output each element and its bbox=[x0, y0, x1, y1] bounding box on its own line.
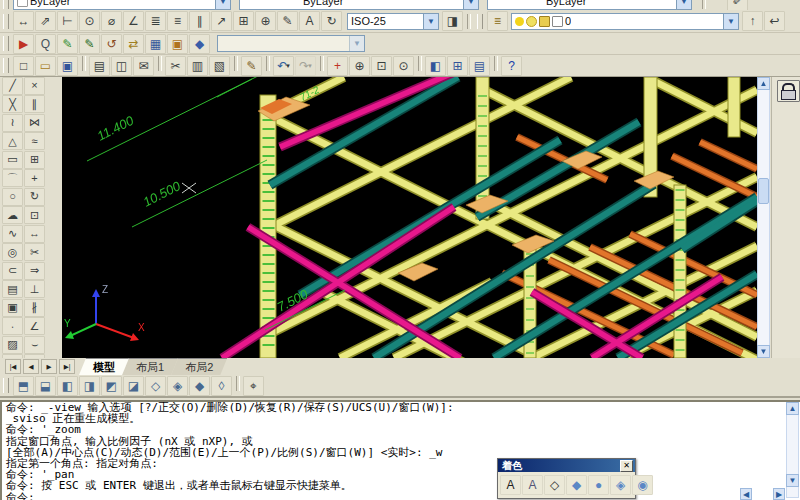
diameter-dimension-button[interactable]: ⌀ bbox=[101, 11, 122, 31]
toolbar-grip[interactable] bbox=[3, 14, 9, 29]
rotate-button[interactable]: ↻ bbox=[24, 188, 45, 206]
make-block-button[interactable]: ▣ bbox=[2, 299, 23, 317]
shade-3d-wireframe-button[interactable]: A bbox=[522, 475, 543, 495]
dim-style-combo[interactable]: ISO-25 ▼ bbox=[347, 13, 439, 30]
tab-prev-button[interactable]: ◀ bbox=[23, 359, 39, 374]
quick-leader-button[interactable]: ↗ bbox=[211, 11, 232, 31]
tab-first-button[interactable]: |◀ bbox=[5, 359, 21, 374]
custom-tool-5[interactable]: ↺ bbox=[101, 34, 122, 54]
tab-layout2[interactable]: 布局2 bbox=[171, 358, 227, 375]
combo-arrow-icon[interactable]: ▼ bbox=[723, 14, 738, 29]
layer-properties-button[interactable]: ≡ bbox=[487, 11, 508, 31]
combo-arrow-icon[interactable]: ▼ bbox=[215, 0, 230, 9]
dimension-style-button[interactable]: ◨ bbox=[442, 11, 463, 31]
help-button[interactable]: ? bbox=[501, 56, 522, 76]
properties-palette-button[interactable]: ◧ bbox=[425, 56, 446, 76]
toolbar-grip[interactable] bbox=[3, 58, 9, 73]
command-window[interactable]: 命令: _-view 输入选项 [?/正交(O)/删除(D)/恢复(R)/保存(… bbox=[0, 400, 800, 500]
bottom-view-button[interactable]: ⬓ bbox=[35, 376, 56, 396]
plot-button[interactable]: ▤ bbox=[89, 56, 110, 76]
scale-button[interactable]: ⊡ bbox=[24, 206, 45, 224]
spline-button[interactable]: ∿ bbox=[2, 225, 23, 243]
front-view-button[interactable]: ◩ bbox=[101, 376, 122, 396]
se-isometric-button[interactable]: ◈ bbox=[167, 376, 188, 396]
vscroll-thumb[interactable] bbox=[758, 178, 769, 204]
arc-button[interactable]: ⌒ bbox=[2, 169, 23, 187]
shade-gouraud-edges-button[interactable]: ◉ bbox=[632, 475, 653, 495]
shade-flat-button[interactable]: ◆ bbox=[566, 475, 587, 495]
extend-button[interactable]: ⇒ bbox=[24, 262, 45, 280]
trim-button[interactable]: ✂ bbox=[24, 243, 45, 261]
custom-tool-7[interactable]: ▦ bbox=[145, 34, 166, 54]
custom-tool-2[interactable]: Q bbox=[35, 34, 56, 54]
copy-object-button[interactable]: ∥ bbox=[24, 95, 45, 113]
sw-isometric-button[interactable]: ◇ bbox=[145, 376, 166, 396]
radius-dimension-button[interactable]: ⊙ bbox=[79, 11, 100, 31]
left-view-button[interactable]: ◧ bbox=[57, 376, 78, 396]
scroll-up-button[interactable]: ▲ bbox=[757, 77, 770, 90]
rectangle-button[interactable]: ▭ bbox=[2, 151, 23, 169]
new-button[interactable]: □ bbox=[13, 56, 34, 76]
combo-arrow-icon[interactable]: ▼ bbox=[349, 36, 364, 51]
linear-dimension-button[interactable]: ↔ bbox=[13, 11, 34, 31]
custom-tool-1[interactable]: ▶ bbox=[13, 34, 34, 54]
nw-isometric-button[interactable]: ◊ bbox=[211, 376, 232, 396]
break-at-point-button[interactable]: ⊥ bbox=[24, 280, 45, 298]
redo-button[interactable]: ↷▾ bbox=[295, 56, 316, 76]
custom-tool-4[interactable]: ✎ bbox=[79, 34, 100, 54]
erase-button[interactable]: × bbox=[24, 77, 45, 95]
close-icon[interactable]: ✕ bbox=[620, 460, 633, 472]
tolerance-button[interactable]: ⊞ bbox=[233, 11, 254, 31]
tab-model[interactable]: 模型 bbox=[79, 358, 129, 375]
named-views-button[interactable]: ⌖ bbox=[243, 376, 264, 396]
drawing-vscrollbar[interactable] bbox=[757, 77, 770, 358]
toolbar-grip[interactable] bbox=[3, 0, 9, 9]
angular-dimension-button[interactable]: ∠ bbox=[123, 11, 144, 31]
custom-tool-8[interactable]: ▣ bbox=[167, 34, 188, 54]
layer-control-combo[interactable]: 0 ▼ bbox=[511, 13, 739, 30]
polygon-button[interactable]: △ bbox=[2, 132, 23, 150]
mirror-button[interactable]: ⋈ bbox=[24, 114, 45, 132]
baseline-dimension-button[interactable]: ≡ bbox=[167, 11, 188, 31]
offset-button[interactable]: ≈ bbox=[24, 132, 45, 150]
custom-tool-9[interactable]: ◆ bbox=[189, 34, 210, 54]
ellipse-button[interactable]: ◎ bbox=[2, 243, 23, 261]
array-button[interactable]: ⊞ bbox=[24, 151, 45, 169]
custom-tool-6[interactable]: ⇄ bbox=[123, 34, 144, 54]
combo-arrow-icon[interactable]: ▼ bbox=[423, 14, 438, 29]
make-object-layer-current-button[interactable]: ↑ bbox=[742, 11, 763, 31]
save-button[interactable]: ▣ bbox=[57, 56, 78, 76]
point-button[interactable]: ∙ bbox=[2, 317, 23, 335]
quick-dimension-button[interactable]: ≣ bbox=[145, 11, 166, 31]
zoom-window-button[interactable]: ⊡ bbox=[371, 56, 392, 76]
top-view-button[interactable]: ⬒ bbox=[13, 376, 34, 396]
tab-next-button[interactable]: ▶ bbox=[41, 359, 57, 374]
polyline-button[interactable]: ≀ bbox=[2, 114, 23, 132]
dimension-text-edit-button[interactable]: A bbox=[299, 11, 320, 31]
pan-realtime-button[interactable]: + bbox=[327, 56, 348, 76]
back-view-button[interactable]: ◪ bbox=[123, 376, 144, 396]
zoom-realtime-button[interactable]: ⊕ bbox=[349, 56, 370, 76]
custom-combo[interactable]: ▼ bbox=[217, 35, 365, 52]
fillet-button[interactable]: ⌣ bbox=[24, 336, 45, 354]
undo-button[interactable]: ↶▾ bbox=[273, 56, 294, 76]
right-view-button[interactable]: ◨ bbox=[79, 376, 100, 396]
toolbar-grip[interactable] bbox=[477, 14, 483, 29]
layer-previous-button[interactable]: ↩ bbox=[764, 11, 785, 31]
dimension-update-button[interactable]: ↻ bbox=[321, 11, 342, 31]
zoom-previous-button[interactable]: ⊙ bbox=[393, 56, 414, 76]
hatch-button[interactable]: ▨ bbox=[2, 336, 23, 354]
combo-arrow-icon[interactable]: ▼ bbox=[676, 0, 691, 9]
aligned-dimension-button[interactable]: ⇗ bbox=[35, 11, 56, 31]
designcenter-button[interactable]: ⊞ bbox=[447, 56, 468, 76]
center-mark-button[interactable]: ⊕ bbox=[255, 11, 276, 31]
revision-cloud-button[interactable]: ☁ bbox=[2, 206, 23, 224]
toolbar-grip[interactable] bbox=[3, 378, 9, 393]
insert-block-button[interactable]: ▤ bbox=[2, 280, 23, 298]
paste-button[interactable]: ▧ bbox=[209, 56, 230, 76]
combo-arrow-icon[interactable]: ▼ bbox=[463, 0, 478, 9]
tab-layout1[interactable]: 布局1 bbox=[122, 358, 178, 375]
dimension-edit-button[interactable]: ✎ bbox=[277, 11, 298, 31]
ne-isometric-button[interactable]: ◆ bbox=[189, 376, 210, 396]
construction-line-button[interactable]: ╳ bbox=[2, 95, 23, 113]
